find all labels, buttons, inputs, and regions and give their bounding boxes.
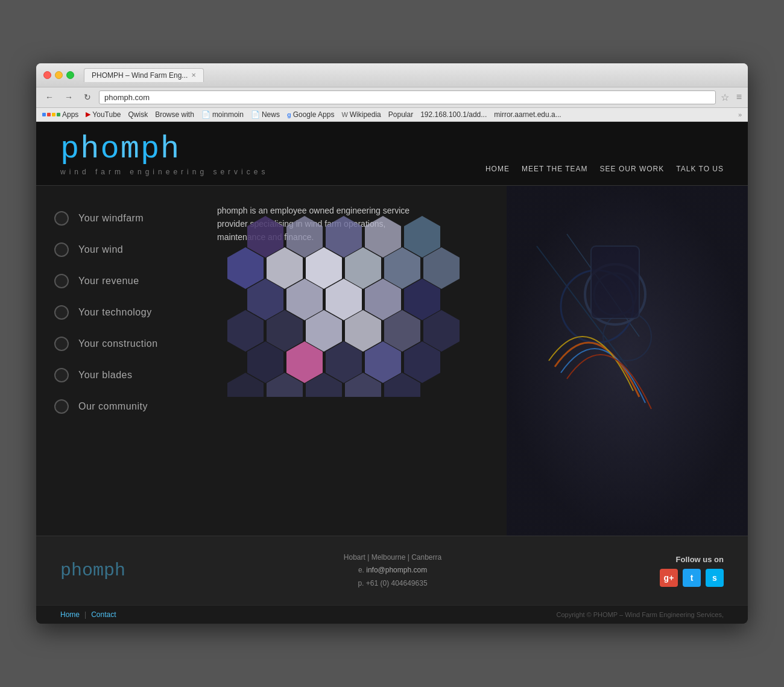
settings-icon[interactable]: ≡ (736, 92, 742, 103)
maximize-button[interactable] (66, 71, 74, 79)
menu-label-windfarm: Your windfarm (78, 213, 144, 224)
nav-talk[interactable]: TALK TO US (676, 165, 724, 173)
reload-button[interactable]: ↻ (81, 91, 94, 103)
follow-label: Follow us on (676, 555, 724, 564)
menu-item-technology[interactable]: Your technology (48, 298, 193, 327)
address-bar-row: ← → ↻ ☆ ≡ (36, 87, 748, 108)
bookmark-news[interactable]: 📄 News (251, 110, 280, 119)
social-skype-button[interactable]: s (706, 569, 724, 587)
nav-home[interactable]: HOME (485, 165, 510, 173)
menu-radio-wind (54, 242, 69, 257)
hex-grid (211, 216, 464, 399)
email-label: e. (358, 566, 364, 574)
menu-item-windfarm[interactable]: Your windfarm (48, 204, 193, 233)
footer-locations: Hobart | Melbourne | Canberra (344, 551, 441, 565)
wikipedia-label: Wikipedia (350, 110, 381, 119)
menu-label-community: Our community (78, 401, 148, 412)
phone-label: p. (358, 579, 364, 587)
bookmark-wikipedia[interactable]: W Wikipedia (341, 110, 381, 119)
browser-tab[interactable]: PHOMPH – Wind Farm Eng... ✕ (84, 68, 204, 82)
tab-close-icon[interactable]: ✕ (191, 72, 196, 78)
menu-label-revenue: Your revenue (78, 276, 139, 287)
youtube-label: YouTube (92, 110, 121, 119)
google-apps-label: Google Apps (293, 110, 335, 119)
website-content: phomph wind farm engineering services HO… (36, 122, 748, 624)
qwisk-label: Qwisk (128, 110, 148, 119)
bookmark-google-apps[interactable]: g Google Apps (287, 110, 334, 119)
bookmark-browse[interactable]: Browse with (155, 110, 194, 119)
ip-label: 192.168.100.1/add... (420, 110, 487, 119)
site-logo[interactable]: phomph (60, 134, 268, 165)
browse-label: Browse with (155, 110, 194, 119)
menu-radio-community (54, 399, 69, 414)
menu-radio-construction (54, 337, 69, 351)
forward-button[interactable]: → (62, 91, 76, 103)
svg-marker-6 (227, 247, 264, 289)
footer-email: e. info@phomph.com (344, 564, 441, 577)
bookmark-mirror[interactable]: mirror.aarnet.edu.a... (494, 110, 561, 119)
tab-bar: PHOMPH – Wind Farm Eng... ✕ (84, 68, 741, 82)
youtube-icon: ▶ (86, 110, 90, 118)
menu-radio-revenue (54, 274, 69, 288)
bottom-link-contact[interactable]: Contact (91, 610, 116, 619)
bookmark-qwisk[interactable]: Qwisk (128, 110, 148, 119)
menu-label-wind: Your wind (78, 244, 123, 255)
menu-item-wind[interactable]: Your wind (48, 235, 193, 264)
footer-logo: phomph (60, 560, 125, 581)
main-content: Your windfarm Your wind Your revenue (36, 186, 748, 536)
bottom-links: Home | Contact (60, 610, 116, 619)
menu-radio-blades (54, 368, 69, 382)
minimize-button[interactable] (55, 71, 63, 79)
nav-meet-team[interactable]: MEET THE TEAM (522, 165, 588, 173)
mirror-label: mirror.aarnet.edu.a... (494, 110, 561, 119)
title-bar: PHOMPH – Wind Farm Eng... ✕ (36, 63, 748, 87)
svg-marker-17 (227, 310, 264, 352)
tab-title: PHOMPH – Wind Farm Eng... (92, 71, 188, 80)
menu-item-community[interactable]: Our community (48, 392, 193, 421)
phone-number: +61 (0) 404649635 (366, 579, 428, 587)
bookmark-ip[interactable]: 192.168.100.1/add... (420, 110, 487, 119)
moinmoin-label: moinmoin (212, 110, 244, 119)
menu-label-technology: Your technology (78, 307, 152, 318)
menu-label-blades: Your blades (78, 370, 132, 381)
bookmark-icon[interactable]: ☆ (721, 92, 729, 103)
social-icons: g+ t s (660, 569, 724, 587)
bookmark-moinmoin[interactable]: 📄 moinmoin (201, 110, 244, 119)
menu-radio-windfarm (54, 211, 69, 226)
more-bookmarks[interactable]: » (738, 111, 742, 118)
menu-radio-technology (54, 305, 69, 320)
main-nav: HOME MEET THE TEAM SEE OUR WORK TALK TO … (485, 165, 724, 176)
wikipedia-icon: W (341, 111, 347, 118)
popular-label: Popular (388, 110, 413, 119)
bookmark-icon-file: 📄 (201, 110, 210, 119)
bottom-link-home[interactable]: Home (60, 610, 80, 619)
site-tagline: wind farm engineering services (60, 168, 268, 176)
logo-area: phomph wind farm engineering services (60, 134, 268, 176)
footer-social: Follow us on g+ t s (660, 555, 724, 587)
footer-contact: Hobart | Melbourne | Canberra e. info@ph… (344, 551, 441, 590)
site-footer: phomph Hobart | Melbourne | Canberra e. … (36, 536, 748, 606)
nav-see-work[interactable]: SEE OUR WORK (600, 165, 665, 173)
bookmarks-bar: Apps ▶ YouTube Qwisk Browse with 📄 moinm… (36, 108, 748, 122)
apps-label: Apps (62, 110, 78, 119)
close-button[interactable] (43, 71, 51, 79)
menu-item-revenue[interactable]: Your revenue (48, 267, 193, 296)
svg-rect-39 (591, 246, 639, 318)
back-button[interactable]: ← (42, 91, 57, 103)
traffic-lights (43, 71, 74, 79)
email-address[interactable]: info@phomph.com (366, 566, 427, 574)
site-header: phomph wind farm engineering services HO… (36, 122, 748, 186)
bookmark-popular[interactable]: Popular (388, 110, 413, 119)
footer-logo-text: phomph (60, 560, 125, 581)
menu-label-construction: Your construction (78, 338, 158, 349)
address-input[interactable] (99, 90, 716, 104)
bookmark-apps[interactable]: Apps (42, 110, 78, 119)
side-menu: Your windfarm Your wind Your revenue (36, 186, 205, 536)
copyright-text: Copyright © PHOMP – Wind Farm Engineerin… (556, 611, 724, 618)
social-twitter-button[interactable]: t (683, 569, 701, 587)
social-google-button[interactable]: g+ (660, 569, 678, 587)
menu-item-blades[interactable]: Your blades (48, 361, 193, 390)
google-icon: g (287, 111, 291, 118)
menu-item-construction[interactable]: Your construction (48, 329, 193, 358)
bookmark-youtube[interactable]: ▶ YouTube (86, 110, 121, 119)
